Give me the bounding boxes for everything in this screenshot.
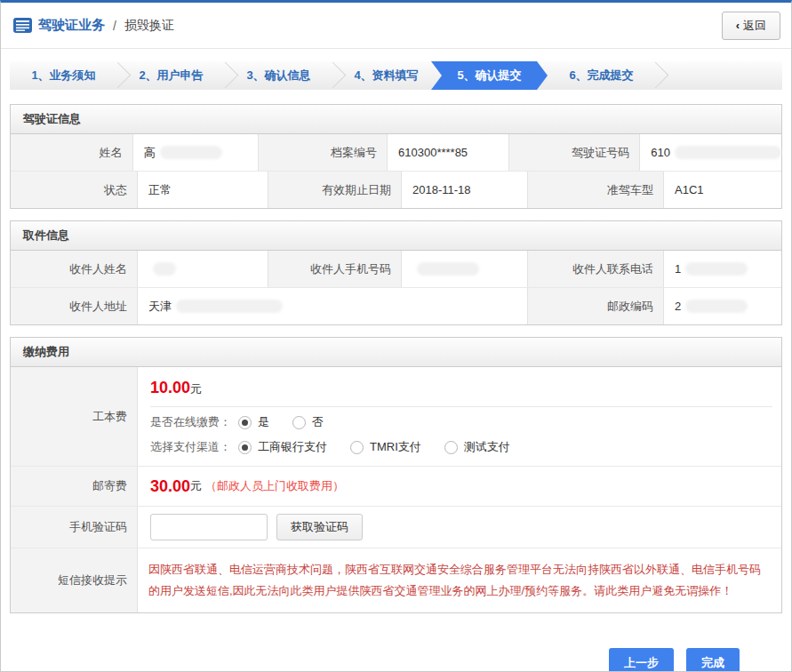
captcha-input[interactable]: [150, 514, 268, 540]
step-5-confirm-submit-active[interactable]: 5、确认提交: [431, 61, 548, 90]
radio-online-pay-yes[interactable]: 是: [238, 414, 269, 430]
breadcrumb-divider: /: [113, 19, 116, 33]
license-section-title: 驾驶证信息: [11, 105, 781, 134]
online-pay-question: 是否在线缴费：: [150, 414, 231, 430]
production-fee-amount-line: 10.00元: [150, 367, 772, 407]
pickup-section-title: 取件信息: [11, 221, 781, 251]
previous-step-button[interactable]: 上一步: [609, 648, 674, 672]
chevron-left-icon: ‹: [736, 19, 740, 32]
footer-actions: 上一步 完成: [1, 625, 791, 672]
recipient-phone-value: 1: [664, 251, 781, 287]
pay-channel-line: 选择支付渠道： 工商银行支付 TMRI支付 测试支付: [150, 432, 781, 466]
radio-icon: [444, 441, 458, 454]
page-header: 驾驶证业务 / 损毁换证 ‹ 返回: [1, 3, 791, 49]
recipient-name-value: [138, 251, 268, 287]
radio-icon: [238, 416, 252, 429]
step-6-complete-submit[interactable]: 6、完成提交: [548, 61, 655, 90]
postage-fee-label: 邮寄费: [11, 467, 138, 506]
breadcrumb-current: 损毁换证: [124, 18, 174, 34]
radio-channel-test[interactable]: 测试支付: [444, 439, 510, 455]
redacted-blob: [160, 146, 222, 159]
captcha-row: 手机验证码 获取验证码: [11, 507, 781, 548]
fees-section: 缴纳费用 工本费 10.00元 是否在线缴费： 是 否 选择支付渠道： 工商银行…: [10, 337, 782, 613]
pickup-info-section: 取件信息 收件人姓名 收件人手机号码 收件人联系电话 1 收件人地址 天津 邮政…: [10, 220, 782, 325]
sms-notice-row: 短信接收提示 因陕西省联通、电信运营商技术问题，陕西省互联网交通安全综合服务管理…: [11, 548, 781, 612]
breadcrumb: 驾驶证业务 / 损毁换证: [13, 17, 174, 34]
file-number-value: 610300****85: [388, 134, 509, 171]
captcha-value-cell: 获取验证码: [138, 507, 781, 548]
page-container: 驾驶证业务 / 损毁换证 ‹ 返回 1、业务须知 2、用户申告 3、确认信息 4…: [0, 0, 792, 672]
get-captcha-button[interactable]: 获取验证码: [276, 514, 363, 540]
license-info-section: 驾驶证信息 姓名 高 档案编号 610300****85 驾驶证号码 610 状…: [10, 104, 782, 209]
currency-unit: 元: [190, 478, 202, 494]
redacted-blob: [685, 300, 748, 313]
sms-notice-label: 短信接收提示: [11, 548, 138, 612]
vehicle-class-value: A1C1: [664, 172, 781, 208]
production-fee-value: 10.00元 是否在线缴费： 是 否 选择支付渠道： 工商银行支付 TMRI支付…: [138, 367, 781, 466]
radio-icon: [238, 441, 252, 454]
pay-channel-question: 选择支付渠道：: [150, 439, 231, 455]
postage-fee-row: 邮寄费 30.00元 （邮政人员上门收取费用）: [11, 467, 781, 507]
radio-channel-tmri[interactable]: TMRI支付: [350, 439, 421, 455]
radio-channel-icbc[interactable]: 工商银行支付: [238, 439, 327, 455]
recipient-name-label: 收件人姓名: [11, 251, 138, 287]
production-fee-row: 工本费 10.00元 是否在线缴费： 是 否 选择支付渠道： 工商银行支付 TM…: [11, 367, 781, 467]
postage-fee-value: 30.00元 （邮政人员上门收取费用）: [138, 467, 781, 506]
postage-fee-amount: 30.00: [150, 477, 190, 496]
production-fee-amount: 10.00: [150, 379, 190, 396]
name-value: 高: [133, 134, 260, 171]
recipient-address-label: 收件人地址: [11, 288, 138, 324]
sms-notice-text: 因陕西省联通、电信运营商技术问题，陕西省互联网交通安全综合服务管理平台无法向持陕…: [148, 559, 767, 602]
radio-icon: [292, 416, 306, 429]
redacted-blob: [176, 300, 283, 313]
redacted-blob: [685, 262, 748, 276]
back-button[interactable]: ‹ 返回: [722, 12, 780, 40]
redacted-blob: [153, 262, 176, 276]
postage-fee-note: （邮政人员上门收取费用）: [205, 478, 344, 494]
online-pay-question-line: 是否在线缴费： 是 否: [150, 407, 781, 432]
step-bar-filler: [655, 61, 782, 90]
license-number-label: 驾驶证号码: [509, 134, 640, 171]
recipient-mobile-value: [402, 251, 528, 287]
radio-online-pay-no[interactable]: 否: [292, 414, 324, 430]
step-4-fill-material[interactable]: 4、资料填写: [332, 61, 440, 90]
redacted-blob: [417, 262, 479, 276]
step-2-user-declaration[interactable]: 2、用户申告: [117, 61, 225, 90]
step-1-business-notice[interactable]: 1、业务须知: [10, 61, 117, 90]
form-list-icon: [13, 18, 32, 33]
production-fee-label: 工本费: [11, 367, 138, 466]
sms-notice-cell: 因陕西省联通、电信运营商技术问题，陕西省互联网交通安全综合服务管理平台无法向持陕…: [138, 548, 781, 612]
recipient-phone-label: 收件人联系电话: [528, 251, 664, 287]
table-row: 收件人地址 天津 邮政编码 2: [11, 288, 781, 324]
table-row: 收件人姓名 收件人手机号码 收件人联系电话 1: [11, 251, 781, 288]
name-label: 姓名: [11, 134, 133, 171]
recipient-mobile-label: 收件人手机号码: [268, 251, 402, 287]
postal-code-value: 2: [664, 288, 781, 324]
expiry-date-value: 2018-11-18: [402, 172, 528, 208]
step-3-confirm-info[interactable]: 3、确认信息: [225, 61, 332, 90]
expiry-date-label: 有效期止日期: [268, 172, 402, 208]
recipient-address-value: 天津: [138, 288, 528, 324]
currency-unit: 元: [190, 382, 202, 396]
status-label: 状态: [11, 172, 138, 208]
back-button-label: 返回: [743, 18, 766, 34]
page-title: 驾驶证业务: [38, 17, 105, 34]
captcha-label: 手机验证码: [11, 507, 138, 548]
redacted-blob: [675, 146, 781, 159]
fees-section-title: 缴纳费用: [11, 338, 781, 367]
postal-code-label: 邮政编码: [528, 288, 664, 324]
file-number-label: 档案编号: [259, 134, 388, 171]
step-wizard: 1、业务须知 2、用户申告 3、确认信息 4、资料填写 5、确认提交 6、完成提…: [10, 61, 782, 90]
table-row: 姓名 高 档案编号 610300****85 驾驶证号码 610: [11, 134, 781, 172]
radio-icon: [350, 441, 364, 454]
status-value: 正常: [138, 172, 268, 208]
table-row: 状态 正常 有效期止日期 2018-11-18 准驾车型 A1C1: [11, 172, 781, 208]
license-number-value: 610: [640, 134, 781, 171]
finish-button[interactable]: 完成: [686, 648, 740, 672]
vehicle-class-label: 准驾车型: [528, 172, 664, 208]
